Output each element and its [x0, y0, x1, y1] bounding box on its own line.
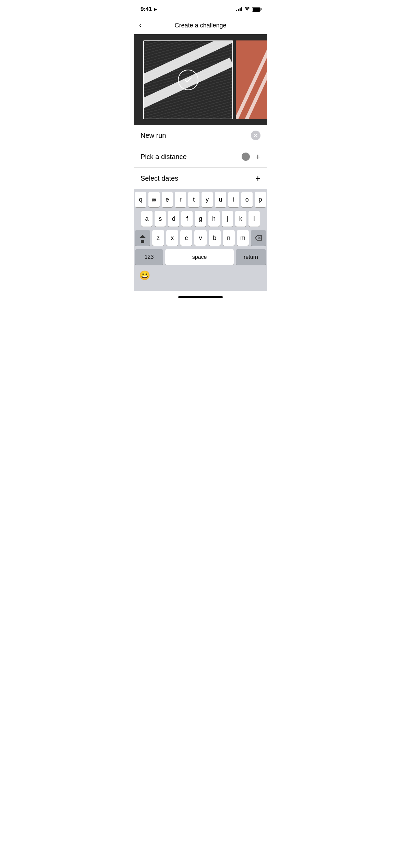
location-icon: ▶: [154, 7, 157, 12]
key-b[interactable]: b: [209, 230, 221, 246]
selected-checkmark: [178, 70, 198, 90]
key-c[interactable]: c: [180, 230, 192, 246]
dates-plus-button[interactable]: +: [255, 174, 260, 183]
key-m[interactable]: m: [237, 230, 249, 246]
image-strip: [134, 34, 267, 125]
shift-key[interactable]: [135, 230, 150, 246]
distance-dot: [242, 153, 250, 161]
dates-row[interactable]: Select dates +: [134, 168, 267, 189]
nav-bar: ‹ Create a challenge: [134, 16, 267, 34]
status-icons: [236, 7, 260, 12]
backspace-icon: [255, 235, 262, 241]
second-image[interactable]: [236, 40, 267, 119]
emoji-button[interactable]: 😀: [139, 270, 150, 281]
home-indicator: [134, 291, 267, 303]
emoji-row: 😀: [134, 266, 267, 291]
track-texture: [236, 40, 267, 119]
key-x[interactable]: x: [166, 230, 178, 246]
space-key[interactable]: space: [165, 249, 234, 265]
dates-label: Select dates: [141, 174, 255, 182]
key-u[interactable]: u: [215, 192, 226, 207]
backspace-key[interactable]: [251, 230, 266, 246]
checkmark-icon: [183, 75, 193, 85]
key-r[interactable]: r: [175, 192, 186, 207]
key-q[interactable]: q: [135, 192, 146, 207]
key-f[interactable]: f: [181, 211, 193, 227]
status-time: 9:41: [141, 6, 152, 13]
key-s[interactable]: s: [155, 211, 166, 227]
key-t[interactable]: t: [188, 192, 199, 207]
back-button[interactable]: ‹: [139, 22, 142, 29]
key-w[interactable]: w: [148, 192, 160, 207]
keyboard: q w e r t y u i o p a s d f g h j k l z …: [134, 189, 267, 266]
keyboard-row-2: a s d f g h j k l: [135, 211, 266, 227]
home-bar: [178, 296, 223, 298]
key-k[interactable]: k: [235, 211, 246, 227]
key-l[interactable]: l: [248, 211, 260, 227]
status-bar: 9:41 ▶: [134, 0, 267, 16]
numbers-key[interactable]: 123: [135, 249, 163, 265]
clear-icon: [253, 133, 258, 138]
distance-plus-button[interactable]: +: [255, 152, 260, 161]
key-v[interactable]: v: [194, 230, 206, 246]
form-area: Pick a distance + Select dates +: [134, 125, 267, 189]
key-n[interactable]: n: [223, 230, 235, 246]
key-j[interactable]: j: [222, 211, 233, 227]
clear-button[interactable]: [251, 131, 260, 140]
wifi-icon: [244, 7, 250, 11]
signal-icon: [236, 7, 242, 11]
keyboard-bottom-row: 123 space return: [135, 249, 266, 266]
key-g[interactable]: g: [195, 211, 206, 227]
key-o[interactable]: o: [241, 192, 253, 207]
key-a[interactable]: a: [141, 211, 153, 227]
challenge-name-input[interactable]: [141, 132, 251, 140]
keyboard-row-3: z x c v b n m: [135, 230, 266, 246]
key-z[interactable]: z: [152, 230, 164, 246]
name-input-row: [134, 125, 267, 146]
key-p[interactable]: p: [255, 192, 266, 207]
return-key[interactable]: return: [236, 249, 266, 265]
key-h[interactable]: h: [208, 211, 220, 227]
battery-icon: [252, 7, 260, 12]
keyboard-row-1: q w e r t y u i o p: [135, 192, 266, 207]
key-e[interactable]: e: [162, 192, 173, 207]
key-d[interactable]: d: [168, 211, 179, 227]
distance-label: Pick a distance: [141, 153, 242, 161]
key-i[interactable]: i: [228, 192, 240, 207]
selected-image[interactable]: [143, 40, 233, 119]
distance-row[interactable]: Pick a distance +: [134, 146, 267, 168]
key-y[interactable]: y: [202, 192, 213, 207]
page-title: Create a challenge: [174, 22, 226, 29]
